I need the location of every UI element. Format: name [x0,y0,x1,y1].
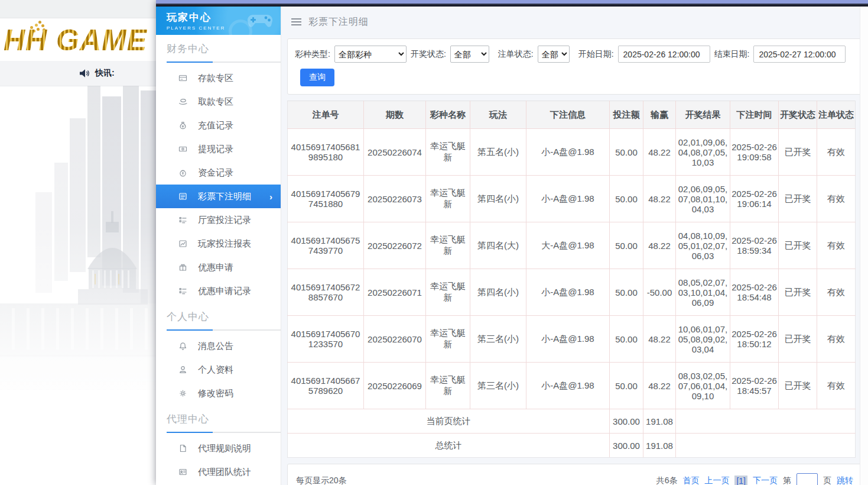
order-status-select[interactable]: 全部 [538,46,570,63]
table-cell: 2025-02-26 19:09:58 [730,129,779,176]
bank-card-icon [178,73,188,83]
start-date-label: 开始日期: [578,49,614,60]
sidebar-item[interactable]: 充值记录 [156,114,281,137]
table-cell: 50.00 [610,269,643,316]
table-cell: 04,08,10,09,05,01,02,07,06,03 [676,222,730,269]
table-cell: 2025-02-26 19:06:14 [730,176,779,222]
speaker-icon [79,69,90,78]
sidebar-item[interactable]: 存款专区 [156,66,281,90]
draw-status-select[interactable]: 全部 [450,46,489,63]
sidebar-item-label: 优惠申请 [198,262,233,273]
jump-button[interactable]: 跳转 [837,476,853,485]
section-divider [167,62,281,63]
sidebar-item[interactable]: 代理团队统计 [156,460,281,484]
table-cell: 大-A盘@1.98 [526,222,610,269]
table-cell: 已开奖 [779,269,817,316]
table-cell: 401569174056819895180 [288,129,364,176]
table-row: 40156917405672885767020250226071幸运飞艇新第四名… [288,269,856,316]
column-header: 彩种名称 [426,101,470,129]
column-header: 开奖状态 [779,101,817,129]
sidebar-item-label: 取款专区 [198,96,233,108]
sidebar-item-label: 个人资料 [198,364,233,376]
prev-page-link[interactable]: 上一页 [704,476,729,485]
column-header: 期数 [364,101,426,129]
column-header: 输赢 [643,101,676,129]
table-cell: 已开奖 [779,316,817,363]
sidebar-item[interactable]: 取款专区 [156,90,281,114]
table-cell: 20250226072 [364,222,426,269]
table-cell: 48.22 [643,129,676,176]
search-button[interactable]: 查询 [300,69,334,86]
sidebar-item[interactable]: 玩家投注报表 [156,232,281,256]
sidebar-item-label: 彩票下注明细 [198,191,251,202]
summary-amount: 300.00 [610,409,643,434]
site-logo-band: HH GAME [0,18,156,61]
table-cell: 幸运飞艇新 [426,316,470,363]
table-cell: 48.22 [643,363,676,409]
jump-suffix-label: 页 [823,476,831,485]
list-icon [178,192,188,201]
summary-row: 总统计300.00191.08 [288,434,856,458]
sidebar-section-title: 财务中心 [167,42,281,56]
section-divider [167,329,281,331]
summary-empty [676,434,856,458]
next-page-link[interactable]: 下一页 [753,476,778,485]
sidebar-item[interactable]: 代理规则说明 [156,436,281,460]
table-cell: 50.00 [610,222,643,269]
sidebar-item[interactable]: 优惠申请记录 [156,279,281,303]
table-cell: 2025-02-26 18:50:12 [730,316,779,363]
summary-winloss: 191.08 [643,409,676,434]
chart-icon [178,239,188,248]
table-cell: 08,03,02,05,07,06,01,04,09,10 [676,363,730,409]
column-header: 注单状态 [817,101,856,129]
table-cell: 20250226073 [364,176,426,222]
table-cell: 48.22 [643,176,676,222]
sidebar-item[interactable]: 彩票下注明细› [156,185,281,208]
table-cell: 幸运飞艇新 [426,222,470,269]
main-content: 彩票下注明细 彩种类型: 全部彩种 开奖状态: 全部 注单状态: [281,7,868,485]
table-cell: 幸运飞艇新 [426,269,470,316]
table-cell: 小-A盘@1.98 [526,316,610,363]
sidebar-item[interactable]: 资金记录 [156,161,281,185]
sidebar-item-label: 厅室投注记录 [198,215,251,226]
table-cell: 20250226069 [364,363,426,409]
start-date-input[interactable] [618,46,710,63]
table-cell: 10,06,01,07,05,08,09,02,03,04 [676,316,730,363]
withdraw-hand-icon [178,97,188,106]
table-cell: 小-A盘@1.98 [526,269,610,316]
background-page: HH GAME 快讯: [0,0,156,485]
hamburger-menu-icon[interactable] [291,18,301,25]
player-center-panel: 玩家中心 PLAYERS CENTER 财务中心存款专区取款专区充值记录提现记录… [156,0,868,485]
bet-details-table: 注单号期数彩种名称玩法下注信息投注额输赢开奖结果下注时间开奖状态注单状态 401… [287,101,856,458]
table-cell: 有效 [817,363,856,409]
table-cell: 2025-02-26 18:59:34 [730,222,779,269]
end-date-label: 结束日期: [714,49,750,60]
lottery-type-select[interactable]: 全部彩种 [334,46,407,63]
table-cell: 小-A盘@1.98 [526,176,610,222]
jump-page-input[interactable] [797,473,818,485]
table-cell: 50.00 [610,363,643,409]
table-cell: -50.00 [643,269,676,316]
column-header: 开奖结果 [676,101,730,129]
scrollbar-track[interactable] [860,7,868,485]
table-cell: 50.00 [610,176,643,222]
sidebar-item-label: 代理团队统计 [198,467,251,478]
total-count-text: 共6条 [656,476,678,485]
sidebar-item[interactable]: 提现记录 [156,137,281,161]
end-date-input[interactable] [753,46,846,63]
content-scroll-area: 彩种类型: 全部彩种 开奖状态: 全部 注单状态: 全部 开始日期: [281,37,868,485]
sidebar-item[interactable]: 优惠申请 [156,256,281,279]
table-row: 40156917405675743977020250226072幸运飞艇新第四名… [288,222,856,269]
sidebar-item[interactable]: 修改密码 [156,381,281,405]
pagination-bar: 每页显示20条 共6条 首页 上一页 [1] 下一页 第 页 跳转 [287,464,862,485]
gear-icon [178,389,188,398]
table-cell: 第四名(大) [470,222,526,269]
sidebar-item[interactable]: 消息公告 [156,334,281,358]
column-header: 玩法 [470,101,526,129]
sidebar-item[interactable]: 个人资料 [156,358,281,381]
first-page-link[interactable]: 首页 [682,476,699,485]
summary-winloss: 191.08 [643,434,676,458]
table-cell: 401569174056675789620 [288,363,364,409]
sidebar-item[interactable]: 厅室投注记录 [156,208,281,232]
table-cell: 50.00 [610,129,643,176]
